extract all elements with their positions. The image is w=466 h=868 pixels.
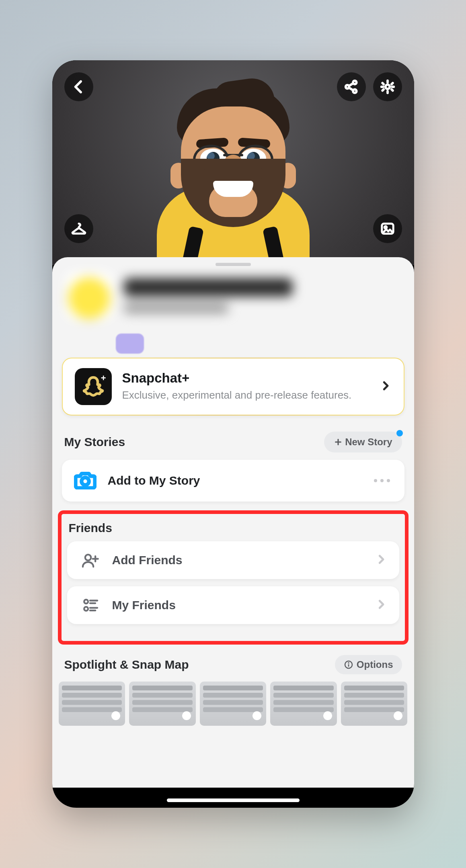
add-friends-button[interactable]: Add Friends bbox=[67, 541, 399, 579]
chevron-right-icon bbox=[375, 598, 387, 612]
svg-line-3 bbox=[349, 83, 353, 86]
snapchat-plus-subtitle: Exclusive, experimental and pre-release … bbox=[122, 388, 369, 402]
add-to-my-story-label: Add to My Story bbox=[108, 474, 363, 487]
bottom-bar bbox=[52, 788, 414, 808]
phone-frame: + Snapchat+ Exclusive, experimental and … bbox=[52, 60, 414, 808]
profile-hero bbox=[52, 60, 414, 265]
share-button[interactable] bbox=[337, 72, 366, 101]
settings-button[interactable] bbox=[373, 72, 402, 101]
camera-icon bbox=[74, 470, 96, 491]
my-stories-heading: My Stories bbox=[64, 435, 125, 449]
profile-identity-blurred bbox=[52, 268, 414, 330]
plus-icon: + bbox=[101, 373, 106, 383]
chevron-left-icon bbox=[71, 79, 87, 95]
chevron-right-icon bbox=[375, 553, 387, 567]
notification-dot bbox=[396, 430, 403, 436]
add-friends-label: Add Friends bbox=[112, 553, 364, 567]
snapchat-plus-title: Snapchat+ bbox=[122, 371, 369, 386]
sheet-grabber[interactable] bbox=[216, 263, 251, 266]
plus-icon bbox=[334, 438, 343, 446]
svg-point-11 bbox=[85, 555, 90, 560]
svg-point-5 bbox=[385, 85, 390, 89]
new-story-label: New Story bbox=[345, 436, 392, 448]
snapchat-plus-icon: + bbox=[75, 368, 112, 405]
svg-point-10 bbox=[81, 477, 88, 485]
spotlight-thumbnails bbox=[52, 682, 414, 726]
add-friend-icon bbox=[79, 552, 101, 569]
share-icon bbox=[343, 79, 359, 95]
svg-line-4 bbox=[349, 88, 353, 90]
spotlight-thumb[interactable] bbox=[341, 682, 408, 726]
change-background-button[interactable] bbox=[373, 214, 402, 243]
info-icon bbox=[344, 660, 353, 669]
spotlight-heading: Spotlight & Snap Map bbox=[64, 658, 189, 671]
add-to-my-story-button[interactable]: Add to My Story bbox=[62, 460, 404, 502]
back-button[interactable] bbox=[64, 72, 93, 101]
snapchat-plus-card[interactable]: + Snapchat+ Exclusive, experimental and … bbox=[62, 358, 404, 416]
outfit-button[interactable] bbox=[64, 214, 93, 243]
more-options-button[interactable] bbox=[374, 479, 390, 482]
hanger-icon bbox=[71, 221, 87, 237]
spotlight-options-button[interactable]: Options bbox=[335, 655, 402, 674]
my-friends-button[interactable]: My Friends bbox=[67, 586, 399, 624]
profile-sheet: + Snapchat+ Exclusive, experimental and … bbox=[52, 257, 414, 808]
spotlight-thumb[interactable] bbox=[200, 682, 267, 726]
new-story-button[interactable]: New Story bbox=[324, 432, 402, 452]
svg-point-15 bbox=[84, 607, 88, 611]
home-indicator[interactable] bbox=[167, 798, 300, 802]
spotlight-thumb[interactable] bbox=[129, 682, 196, 726]
gear-icon bbox=[380, 79, 396, 95]
my-friends-label: My Friends bbox=[112, 598, 364, 612]
svg-point-22 bbox=[348, 663, 349, 663]
image-icon bbox=[380, 221, 396, 237]
friends-section-highlight: Friends Add Friends My Friends bbox=[58, 510, 409, 645]
svg-point-7 bbox=[384, 226, 387, 229]
chevron-right-icon bbox=[380, 380, 392, 393]
friends-heading: Friends bbox=[69, 521, 112, 535]
spotlight-thumb[interactable] bbox=[270, 682, 337, 726]
friends-list-icon bbox=[79, 597, 101, 614]
profile-badge-blurred bbox=[116, 334, 144, 354]
spotlight-thumb[interactable] bbox=[59, 682, 125, 726]
spotlight-options-label: Options bbox=[357, 659, 393, 670]
bitmoji-avatar[interactable] bbox=[149, 70, 318, 271]
svg-point-14 bbox=[84, 600, 88, 604]
